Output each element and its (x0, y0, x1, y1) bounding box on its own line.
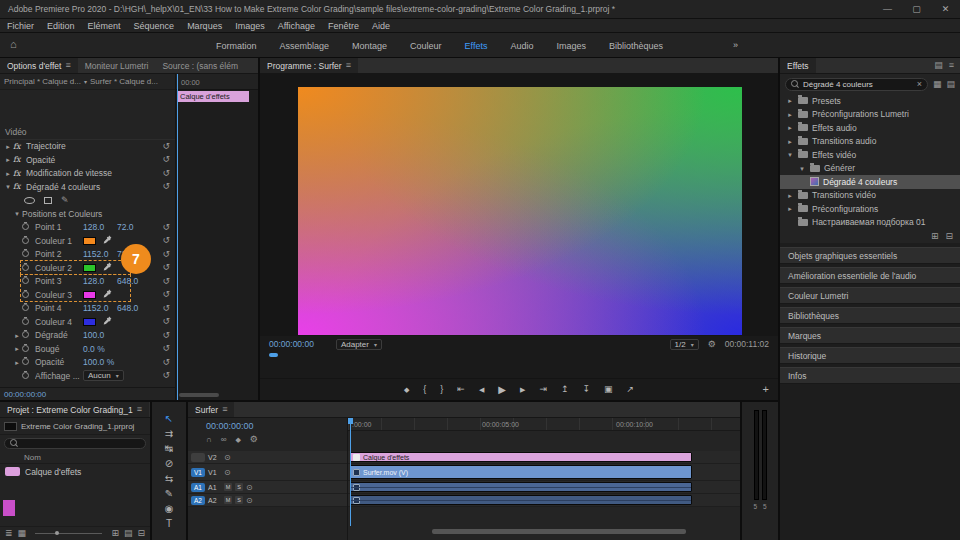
menu-affichage[interactable]: Affichage (278, 21, 315, 31)
workspace-audio[interactable]: Audio (510, 41, 533, 51)
clear-search-icon[interactable] (917, 80, 922, 89)
reset-icon[interactable] (162, 250, 170, 259)
eyedropper-icon[interactable] (103, 289, 112, 300)
export-frame-icon[interactable] (604, 385, 613, 394)
effects-search-input[interactable]: Dégradé 4 couleurs (785, 78, 928, 91)
clip-audio-2[interactable] (350, 495, 692, 505)
solo-button[interactable]: S (235, 496, 243, 504)
point-x-value[interactable]: 128.0 (83, 276, 117, 286)
chevron-right-icon[interactable] (3, 142, 13, 151)
panel-header-objets-graphiques[interactable]: Objets graphiques essentiels (780, 247, 960, 264)
point-y-value[interactable]: 648.0 (117, 303, 151, 313)
mini-timeline-ruler[interactable]: 00:00 (176, 74, 258, 90)
slip-tool-icon[interactable] (165, 474, 173, 484)
settings-wrench-icon[interactable] (708, 340, 716, 349)
new-custom-bin-icon[interactable] (931, 232, 939, 241)
program-scroll-area[interactable] (260, 352, 778, 359)
panel-header-marques[interactable]: Marques (780, 327, 960, 344)
reset-icon[interactable] (162, 263, 170, 272)
hand-tool-icon[interactable] (165, 504, 174, 514)
tree-item-custom-bin[interactable]: Настраиваемая подборка 01 (780, 216, 960, 230)
reset-icon[interactable] (162, 371, 170, 380)
stopwatch-icon[interactable] (22, 317, 35, 327)
timeline-playhead[interactable] (350, 418, 351, 526)
tab-program-monitor[interactable]: Programme : Surfer (260, 58, 358, 73)
stopwatch-icon[interactable] (22, 344, 35, 354)
clip-surfer-audio[interactable] (350, 482, 692, 492)
point-x-value[interactable]: 128.0 (83, 222, 117, 232)
playback-resolution-dropdown[interactable]: 1/2 (670, 339, 699, 350)
fit-dropdown[interactable]: Adapter (336, 339, 382, 350)
panel-header-historique[interactable]: Historique (780, 347, 960, 364)
reset-icon[interactable] (162, 236, 170, 245)
source-patch[interactable]: A2 (191, 496, 205, 505)
filter-32bpc-icon[interactable] (946, 80, 955, 89)
timeline-settings-icon[interactable] (250, 435, 258, 444)
effect-row-vitesse[interactable]: Modification de vitesse (0, 167, 175, 181)
effect-row-degrade-4-couleurs[interactable]: Dégradé 4 couleurs (0, 180, 175, 194)
panel-menu-icon[interactable] (949, 61, 954, 70)
stopwatch-icon[interactable] (22, 236, 35, 246)
chevron-right-icon[interactable] (786, 204, 794, 213)
reset-icon[interactable] (162, 223, 170, 232)
panel-menu-icon[interactable] (222, 405, 227, 414)
tree-item-transitions-audio[interactable]: Transitions audio (780, 135, 960, 149)
chevron-right-icon[interactable] (786, 191, 794, 200)
chevron-right-icon[interactable] (786, 110, 794, 119)
linked-selection-icon[interactable] (221, 435, 227, 444)
point-x-value[interactable]: 1152.0 (83, 249, 117, 259)
trash-icon[interactable] (137, 529, 145, 538)
stopwatch-icon[interactable] (22, 303, 35, 313)
point-x-value[interactable]: 1152.0 (83, 303, 117, 313)
new-item-icon[interactable] (124, 529, 133, 538)
effect-row-opacite[interactable]: Opacité (0, 153, 175, 167)
slider-value[interactable]: 100.0 (83, 330, 117, 340)
timeline-horizontal-scrollbar[interactable] (432, 529, 686, 534)
lift-icon[interactable] (561, 385, 569, 394)
source-patch[interactable]: V1 (191, 468, 205, 477)
chevron-right-icon[interactable] (12, 358, 22, 367)
mute-button[interactable]: M (224, 483, 232, 491)
zoom-slider[interactable] (35, 533, 102, 534)
reset-icon[interactable] (162, 155, 170, 164)
chevron-right-icon[interactable] (786, 137, 794, 146)
panel-menu-icon[interactable] (65, 61, 70, 70)
selection-tool-icon[interactable] (165, 414, 173, 424)
mark-out-icon[interactable] (440, 385, 443, 394)
slider-value[interactable]: 0.0 % (83, 344, 117, 354)
home-icon[interactable] (10, 39, 17, 50)
stopwatch-icon[interactable] (22, 330, 35, 340)
playhead-head[interactable] (348, 418, 353, 424)
tab-options-effet[interactable]: Options d'effet (0, 58, 78, 73)
clip-selector[interactable]: Principal * Calque d... Surfer * Calque … (0, 74, 175, 90)
timeline-timecode[interactable]: 00:00:00:00 (188, 418, 347, 433)
tree-item-presets[interactable]: Presets (780, 94, 960, 108)
pen-tool-icon[interactable] (165, 489, 173, 499)
panel-group-icon[interactable] (934, 61, 943, 70)
panel-header-infos[interactable]: Infos (780, 367, 960, 384)
tab-sequence-surfer[interactable]: Surfer (188, 402, 234, 417)
chevron-down-icon[interactable] (786, 150, 794, 159)
source-patch[interactable] (191, 453, 205, 462)
step-forward-icon[interactable] (520, 385, 525, 394)
reset-icon[interactable] (162, 290, 170, 299)
chevron-right-icon[interactable] (786, 123, 794, 132)
chevron-right-icon[interactable] (786, 96, 794, 105)
filter-accelerated-icon[interactable] (933, 80, 942, 89)
playhead-timecode[interactable]: 00:00:00:00 (4, 390, 46, 399)
project-file-row[interactable]: Extreme Color Grading_1.prproj (0, 418, 150, 435)
reset-icon[interactable] (162, 304, 170, 313)
chevron-down-icon[interactable] (12, 209, 22, 218)
close-button[interactable]: ✕ (931, 0, 960, 19)
workspace-assemblage[interactable]: Assemblage (280, 41, 330, 51)
timeline-ruler[interactable]: :00:00 00:00:05:00 00:00:10:00 (348, 418, 740, 431)
track-select-tool-icon[interactable] (165, 429, 173, 439)
stopwatch-icon[interactable] (22, 249, 35, 259)
workspace-bibliotheques[interactable]: Bibliothèques (609, 41, 663, 51)
track-output-icon[interactable] (224, 468, 231, 477)
point-y-value[interactable]: 648.0 (117, 276, 151, 286)
tree-item-degrade-4-couleurs[interactable]: Dégradé 4 couleurs (780, 175, 960, 189)
eyedropper-icon[interactable] (103, 262, 112, 273)
tree-item-generer[interactable]: Générer (780, 162, 960, 176)
clip-adjustment-layer[interactable]: Calque d'effets (350, 452, 692, 462)
